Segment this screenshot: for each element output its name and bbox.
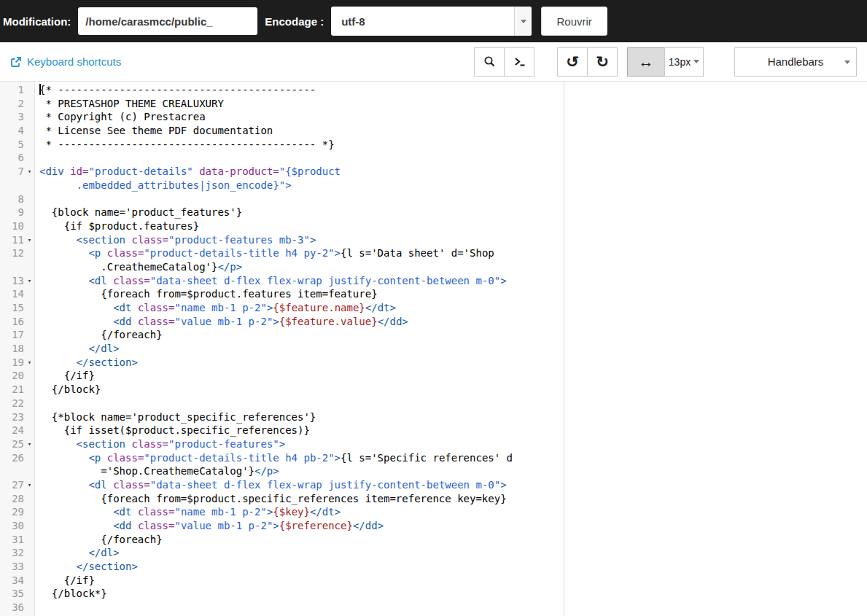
code-text: <p class="product-details-title h4 py-2"… <box>35 246 494 260</box>
code-line[interactable]: 16 <dd class="value mb-1 p-2">{$feature.… <box>0 315 867 329</box>
code-line[interactable]: 32 </dl> <box>0 546 867 560</box>
horizontal-arrows-icon: ↔ <box>639 54 654 69</box>
code-line[interactable]: 12 <p class="product-details-title h4 py… <box>0 246 867 260</box>
code-line[interactable]: 11▾ <section class="product-features mb-… <box>0 233 867 247</box>
fold-spacer <box>24 97 35 111</box>
line-number: 24 <box>0 424 24 437</box>
code-line[interactable]: .CreathemeCatalog'}</p> <box>0 260 867 274</box>
line-number: 20 <box>0 369 24 383</box>
code-line[interactable]: 31 {/foreach} <box>0 533 867 547</box>
line-number: 22 <box>0 397 24 410</box>
syntax-select[interactable]: Handlebars <box>734 47 857 77</box>
code-line[interactable]: 21 {/block} <box>0 383 867 397</box>
gutter-cell: 1 <box>0 83 35 97</box>
gutter-cell: 27▾ <box>0 478 35 492</box>
code-line[interactable]: 29 <dt class="name mb-1 p-2">{$key}</dt> <box>0 505 867 519</box>
code-line[interactable]: 34 {/if} <box>0 574 867 588</box>
code-line[interactable]: 26 <p class="product-details-title h4 pb… <box>0 451 867 465</box>
code-line[interactable]: 27▾ <dl class="data-sheet d-flex flex-wr… <box>0 478 867 492</box>
line-number: 11 <box>0 233 24 247</box>
fold-spacer <box>24 505 35 519</box>
line-number: 5 <box>0 138 24 152</box>
code-line[interactable]: 9 {block name='product_features'} <box>0 206 867 219</box>
reopen-button[interactable]: Rouvrir <box>541 7 607 36</box>
editor-toolbar: Keyboard shortcuts <box>0 42 867 82</box>
line-number: 2 <box>0 97 24 111</box>
line-number: 15 <box>0 301 24 315</box>
code-line[interactable]: 14 {foreach from=$product.features item=… <box>0 287 867 301</box>
gutter-cell: 31 <box>0 533 35 547</box>
code-line[interactable]: 24 {if isset($product.specific_reference… <box>0 424 867 437</box>
fold-spacer <box>24 328 35 342</box>
code-line[interactable]: 18 </dl> <box>0 342 867 356</box>
gutter-cell: 32 <box>0 546 35 560</box>
redo-icon: ↻ <box>596 54 609 69</box>
fold-icon[interactable]: ▾ <box>24 356 35 370</box>
line-number: 3 <box>0 110 24 124</box>
line-number: 35 <box>0 587 24 601</box>
code-line[interactable]: 36 <box>0 601 867 615</box>
fold-icon[interactable]: ▾ <box>24 437 35 451</box>
keyboard-shortcuts-link[interactable]: Keyboard shortcuts <box>10 55 121 68</box>
code-line[interactable]: 20 {/if} <box>0 369 867 383</box>
code-line[interactable]: 3 * Copyright (c) Prestacrea <box>0 110 867 124</box>
line-number: 25 <box>0 437 24 451</box>
code-text: {/foreach} <box>35 328 163 342</box>
code-line[interactable]: 23 {*block name='product_specific_refere… <box>0 410 867 424</box>
code-line[interactable]: 13▾ <dl class="data-sheet d-flex flex-wr… <box>0 274 867 288</box>
undo-button[interactable]: ↺ <box>557 47 588 77</box>
code-line[interactable]: 15 <dt class="name mb-1 p-2">{$feature.n… <box>0 301 867 315</box>
code-text: * Copyright (c) Prestacrea <box>35 110 206 124</box>
search-group <box>474 47 534 77</box>
code-line[interactable]: 17 {/foreach} <box>0 328 867 342</box>
code-line[interactable]: 22 <box>0 397 867 410</box>
code-line[interactable]: 33 </section> <box>0 560 867 574</box>
line-number: 19 <box>0 356 24 370</box>
code-line[interactable]: 25▾ <section class="product-features"> <box>0 437 867 451</box>
code-line[interactable]: ='Shop.CreathemeCatalog'}</p> <box>0 464 867 478</box>
fold-icon[interactable]: ▾ <box>24 274 35 288</box>
code-line[interactable]: 1{* ------------------------------------… <box>0 83 867 97</box>
toggle-width-button[interactable]: ↔ <box>627 47 665 77</box>
code-editor[interactable]: 1{* ------------------------------------… <box>0 82 867 616</box>
gutter-cell: 11▾ <box>0 233 35 247</box>
code-line[interactable]: 19▾ </section> <box>0 356 867 370</box>
gutter-cell: 35 <box>0 587 35 601</box>
encoding-select[interactable]: utf-8 <box>331 7 532 36</box>
code-line[interactable]: 4 * License See theme PDF documentation <box>0 124 867 138</box>
fold-spacer <box>24 179 35 192</box>
gutter-cell: 26 <box>0 451 35 465</box>
code-line[interactable]: 6 <box>0 151 867 165</box>
terminal-button[interactable] <box>504 47 534 77</box>
code-line[interactable]: 35 {/block*} <box>0 587 867 601</box>
code-line[interactable]: 30 <dd class="value mb-1 p-2">{$referenc… <box>0 519 867 533</box>
syntax-group: Handlebars <box>734 47 857 77</box>
fold-icon[interactable]: ▾ <box>24 165 35 179</box>
fold-spacer <box>24 246 35 260</box>
line-number: 16 <box>0 315 24 329</box>
code-line[interactable]: 8 <box>0 192 867 206</box>
gutter-cell: 20 <box>0 369 35 383</box>
gutter-cell: 6 <box>0 151 35 165</box>
line-number: 8 <box>0 192 24 206</box>
fold-icon[interactable]: ▾ <box>24 478 35 492</box>
code-line[interactable]: .embedded_attributes|json_encode}"> <box>0 179 867 192</box>
code-line[interactable]: 10 {if $product.features} <box>0 219 867 233</box>
code-line[interactable]: 5 * ------------------------------------… <box>0 138 867 152</box>
path-input[interactable]: /home/carasmcc/public_ <box>78 7 257 35</box>
font-size-select[interactable]: 13px <box>664 47 704 77</box>
code-line[interactable]: 7▾<div id="product-details" data-product… <box>0 165 867 179</box>
fold-icon[interactable]: ▾ <box>24 233 35 247</box>
code-line[interactable]: 28 {foreach from=$product.specific_refer… <box>0 492 867 506</box>
chevron-down-icon <box>693 60 699 63</box>
search-button[interactable] <box>474 47 505 77</box>
code-text: </dl> <box>35 342 120 356</box>
code-text: <dt class="name mb-1 p-2">{$feature.name… <box>35 301 396 315</box>
line-number: 36 <box>0 601 24 615</box>
gutter-cell <box>0 260 35 274</box>
fold-spacer <box>24 206 35 219</box>
redo-button[interactable]: ↻ <box>587 47 618 77</box>
code-line[interactable]: 2 * PRESTASHOP THEME CREALUXURY <box>0 97 867 111</box>
chevron-down-icon <box>844 61 850 64</box>
line-number: 9 <box>0 206 24 219</box>
